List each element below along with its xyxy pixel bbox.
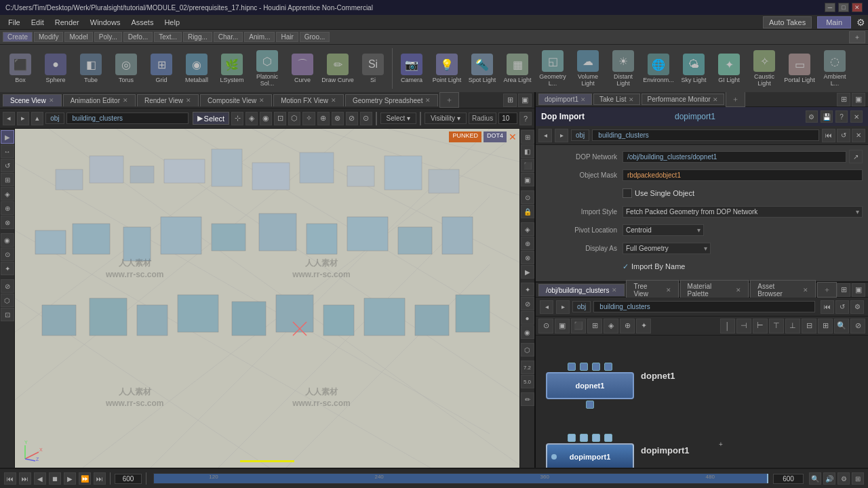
viewport-grid-icon[interactable]: ⊞ [503,94,517,107]
st-view11[interactable]: ✦ [521,283,534,296]
port-di-top-1[interactable] [568,434,576,442]
maximize-button[interactable]: □ [838,3,849,12]
shelf-curve-btn[interactable]: ⌒ Curve [285,47,320,89]
shelf-grid-btn[interactable]: ⊞ Grid [144,47,179,89]
close-bldg-icon[interactable]: ✕ [612,287,617,293]
port-bottom-1[interactable] [586,401,594,409]
node-back-button[interactable]: ◂ [540,300,553,314]
nt-tool4[interactable]: ⊞ [587,319,602,333]
port-top-4[interactable] [604,363,612,371]
lt-tool9[interactable]: ⊡ [1,308,14,321]
port-di-top-3[interactable] [592,434,600,442]
close-badge-icon[interactable]: ✕ [509,131,517,142]
tab-render-view[interactable]: Render View ✕ [137,94,199,106]
props-help-icon[interactable]: ? [835,110,848,123]
single-object-checkbox[interactable] [623,188,632,198]
lt-tool8[interactable]: ⬡ [1,293,14,307]
path-display[interactable]: building_clusters [66,113,189,124]
st-view10[interactable]: ▶ [521,265,534,279]
shelf-arealight-btn[interactable]: ▦ Area Light [500,47,535,89]
nav-icon-2[interactable]: ↺ [837,129,850,142]
tl-options-icon[interactable]: ⚙ [837,472,850,485]
shelf-portal-btn[interactable]: ▭ Portal Light [782,47,817,89]
shelf-rigg-btn[interactable]: Rigg... [183,32,212,42]
st-view9[interactable]: ⊗ [521,251,534,264]
shelf-model-btn[interactable]: Model [64,32,92,42]
shelf-tube-btn[interactable]: ◧ Tube [73,47,108,89]
viewport-tab-add-button[interactable]: ＋ [439,92,459,108]
tl-step-fwd[interactable]: ⏩ [79,472,91,485]
lt-tool6[interactable]: ✦ [1,262,14,275]
st-view15[interactable]: ⬡ [521,343,534,357]
nav-icon-1[interactable]: ⏮ [822,129,835,142]
st-view13[interactable]: ● [521,311,534,325]
auto-takes-button[interactable]: Auto Takes [763,16,812,28]
dopimport1-box[interactable]: dopimport1 [546,443,634,468]
select-tool-5[interactable]: ⬡ [288,112,300,125]
shelf-camera-btn[interactable]: 📷 Camera [394,47,429,89]
menu-windows[interactable]: Windows [85,17,126,28]
shelf-distlight-btn[interactable]: ☀ Distant Light [606,47,641,89]
nav-obj-btn[interactable]: obj [571,129,589,141]
radius-input[interactable]: 10 [498,113,517,124]
tl-audio-icon[interactable]: 🔊 [823,472,835,485]
shelf-char-btn[interactable]: Char... [214,32,243,42]
st-num1[interactable]: 7.2 [521,361,534,374]
display-as-select[interactable]: Full Geometry ▾ [623,243,711,254]
props-layout-icon[interactable]: ▣ [852,93,865,106]
close-takelist-icon[interactable]: ✕ [629,96,634,103]
tl-track[interactable]: 120 240 360 480 [153,473,768,484]
tab-geom-spreadsheet[interactable]: Geometry Spreadsheet ✕ [345,94,438,106]
st-view1[interactable]: ⊞ [521,130,534,144]
lt-tool3[interactable]: ⊗ [1,216,14,229]
st-view7[interactable]: ◈ [521,222,534,236]
shelf-caustic-btn[interactable]: ✧ Caustic Light [747,47,782,89]
shelf-skylight-btn[interactable]: 🌤 Sky Light [676,47,711,89]
vp-up-icon[interactable]: ▴ [31,112,43,125]
main-button[interactable]: Main [817,16,851,28]
nt-align-down[interactable]: ⊥ [785,319,800,333]
lt-rotate[interactable]: ↺ [1,159,14,172]
nav-back-button[interactable]: ◂ [538,129,552,142]
shelf-torus-btn[interactable]: ◎ Torus [108,47,144,89]
close-matpal-icon[interactable]: ✕ [736,287,741,293]
select-tool-4[interactable]: ⊡ [274,112,286,125]
nt-align-left[interactable]: ⊣ [736,319,751,333]
lt-tool4[interactable]: ◉ [1,233,14,247]
dopnet1-box[interactable]: dopnet1 [546,372,634,399]
menu-edit[interactable]: Edit [26,17,50,28]
nt-tool3[interactable]: ⬛ [571,319,586,333]
nt-dist-h[interactable]: ⊟ [802,319,816,333]
shelf-environ-btn[interactable]: 🌐 Environm... [641,47,676,89]
menu-render[interactable]: Render [50,17,85,28]
import-style-select[interactable]: Fetch Packed Geometry from DOP Network ▾ [623,206,863,218]
select-tool-2[interactable]: ◈ [245,112,258,125]
dop-network-link-icon[interactable]: ↗ [849,150,863,163]
tl-step-back[interactable]: ◀ [34,472,46,485]
props-save-icon[interactable]: 💾 [821,110,833,123]
menu-file[interactable]: File [3,17,26,28]
tab-animation-editor[interactable]: Animation Editor ✕ [63,94,136,106]
shelf-drawcurve-btn[interactable]: ✏ Draw Curve [320,47,355,89]
vp-back-icon[interactable]: ◂ [3,112,15,125]
st-pen-icon[interactable]: ✏ [521,392,534,406]
port-top-2[interactable] [580,363,588,371]
shelf-vollight-btn[interactable]: ☁ Volume Light [570,47,606,89]
lt-tool1[interactable]: ◈ [1,187,14,201]
node-tab-add-button[interactable]: ＋ [817,282,837,298]
nt-align-up[interactable]: ⊤ [769,319,784,333]
close-anim-icon[interactable]: ✕ [123,97,128,104]
tab-tree-view[interactable]: Tree View ✕ [626,280,678,300]
menu-assets[interactable]: Assets [125,17,159,28]
node-nav-icon-3[interactable]: ⚙ [850,300,864,314]
nt-align-right[interactable]: ⊢ [753,319,768,333]
close-asset-icon[interactable]: ✕ [803,287,808,293]
close-motionfx-icon[interactable]: ✕ [331,97,336,104]
close-dopimport-icon[interactable]: ✕ [580,96,586,103]
nt-tool2[interactable]: ▣ [555,319,570,333]
select-tool-6[interactable]: ✧ [302,112,315,125]
tab-material-palette[interactable]: Material Palette ✕ [680,280,749,300]
select-tool-7[interactable]: ⊕ [317,112,330,125]
object-mask-value[interactable]: rbdpackedobject1 [623,169,863,181]
shelf-modify-btn[interactable]: Modify [34,32,63,42]
